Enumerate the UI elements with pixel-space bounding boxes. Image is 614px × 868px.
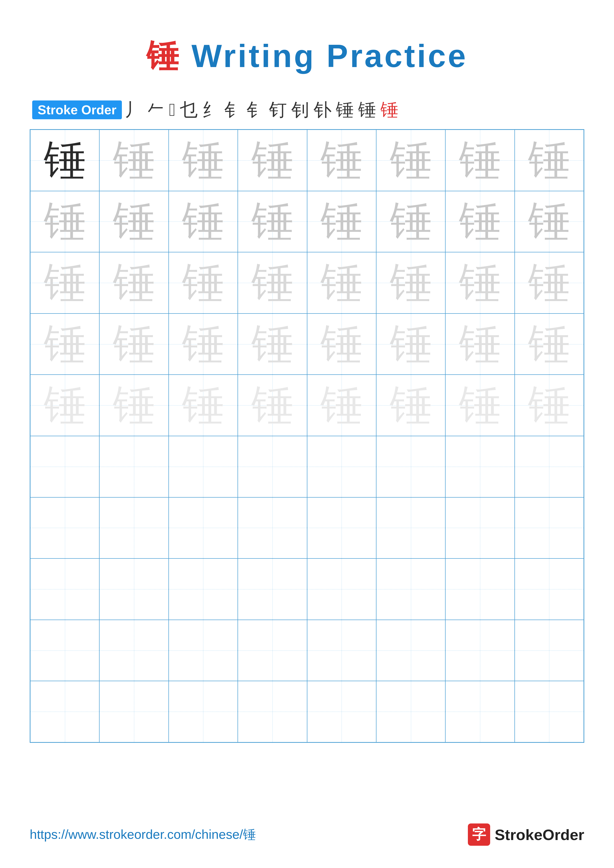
grid-cell[interactable]: 锤 — [445, 252, 515, 313]
grid-cell[interactable] — [307, 620, 376, 681]
grid-cell[interactable] — [99, 558, 168, 620]
grid-cell[interactable]: 锤 — [515, 313, 584, 375]
grid-cell[interactable]: 锤 — [376, 313, 445, 375]
grid-cell[interactable]: 锤 — [30, 130, 99, 191]
footer-url[interactable]: https://www.strokeorder.com/chinese/锤 — [30, 826, 256, 843]
stroke-10: 钋 — [314, 98, 331, 122]
stroke-4: 乜 — [180, 98, 197, 122]
grid-cell[interactable]: 锤 — [238, 252, 307, 313]
grid-cell[interactable] — [99, 681, 168, 742]
grid-cell[interactable] — [30, 498, 99, 559]
grid-cell[interactable]: 锤 — [515, 130, 584, 191]
grid-cell[interactable] — [99, 436, 168, 498]
grid-cell[interactable] — [307, 681, 376, 742]
grid-cell[interactable] — [376, 558, 445, 620]
grid-cell[interactable] — [515, 620, 584, 681]
grid-cell[interactable]: 锤 — [99, 130, 168, 191]
page-title: 锤 Writing Practice — [30, 35, 584, 78]
grid-cell[interactable]: 锤 — [307, 130, 376, 191]
grid-cell[interactable] — [376, 436, 445, 498]
practice-grid: 锤锤锤锤锤锤锤锤锤锤锤锤锤锤锤锤锤锤锤锤锤锤锤锤锤锤锤锤锤锤锤锤锤锤锤锤锤锤锤锤 — [30, 129, 584, 743]
grid-cell[interactable] — [238, 498, 307, 559]
grid-cell[interactable] — [169, 558, 238, 620]
grid-cell[interactable]: 锤 — [376, 375, 445, 436]
grid-cell[interactable]: 锤 — [515, 252, 584, 313]
grid-cell[interactable]: 锤 — [445, 375, 515, 436]
grid-cell[interactable] — [445, 558, 515, 620]
grid-cell[interactable] — [238, 620, 307, 681]
grid-cell[interactable] — [238, 436, 307, 498]
grid-cell[interactable]: 锤 — [307, 191, 376, 253]
grid-cell[interactable] — [445, 436, 515, 498]
grid-cell[interactable] — [238, 558, 307, 620]
grid-cell[interactable]: 锤 — [445, 130, 515, 191]
grid-cell[interactable]: 锤 — [30, 191, 99, 253]
grid-cell[interactable] — [99, 620, 168, 681]
grid-cell[interactable] — [376, 620, 445, 681]
grid-cell[interactable] — [169, 681, 238, 742]
grid-cell[interactable] — [30, 558, 99, 620]
grid-cell[interactable] — [30, 620, 99, 681]
grid-cell[interactable] — [30, 436, 99, 498]
grid-cell[interactable] — [169, 436, 238, 498]
grid-cell[interactable]: 锤 — [307, 375, 376, 436]
grid-cell[interactable]: 锤 — [445, 313, 515, 375]
grid-cell[interactable] — [445, 498, 515, 559]
grid-cell[interactable]: 锤 — [30, 375, 99, 436]
grid-cell[interactable] — [169, 620, 238, 681]
grid-cell[interactable]: 锤 — [169, 313, 238, 375]
practice-char: 锤 — [44, 323, 86, 365]
grid-cell[interactable]: 锤 — [169, 375, 238, 436]
grid-cell[interactable] — [376, 498, 445, 559]
grid-cell[interactable] — [376, 681, 445, 742]
grid-cell[interactable] — [445, 681, 515, 742]
grid-cell[interactable] — [30, 681, 99, 742]
practice-char: 锤 — [252, 139, 294, 181]
grid-cell[interactable]: 锤 — [376, 130, 445, 191]
grid-cell[interactable] — [238, 681, 307, 742]
grid-cell[interactable] — [515, 436, 584, 498]
grid-cell[interactable] — [445, 620, 515, 681]
grid-cell[interactable] — [307, 498, 376, 559]
grid-cell[interactable] — [515, 558, 584, 620]
grid-cell[interactable]: 锤 — [99, 191, 168, 253]
grid-cell[interactable] — [307, 558, 376, 620]
grid-cell[interactable] — [307, 436, 376, 498]
grid-cell[interactable]: 锤 — [445, 191, 515, 253]
grid-cell[interactable]: 锤 — [307, 252, 376, 313]
grid-cell[interactable]: 锤 — [238, 375, 307, 436]
grid-cell[interactable]: 锤 — [515, 191, 584, 253]
stroke-2: 𠂉 — [147, 100, 165, 120]
grid-cell[interactable]: 锤 — [99, 252, 168, 313]
footer-brand: 字 StrokeOrder — [468, 823, 584, 846]
grid-cell[interactable]: 锤 — [238, 130, 307, 191]
practice-char: 锤 — [320, 323, 362, 365]
grid-cell[interactable]: 锤 — [30, 313, 99, 375]
grid-cell[interactable]: 锤 — [99, 313, 168, 375]
practice-char: 锤 — [182, 262, 224, 304]
grid-cell[interactable]: 锤 — [238, 191, 307, 253]
grid-cell[interactable]: 锤 — [515, 375, 584, 436]
grid-cell[interactable]: 锤 — [99, 375, 168, 436]
grid-cell[interactable]: 锤 — [169, 252, 238, 313]
practice-char: 锤 — [113, 139, 155, 181]
practice-char: 锤 — [182, 323, 224, 365]
grid-cell[interactable]: 锤 — [238, 313, 307, 375]
stroke-6: 钅 — [224, 98, 242, 122]
grid-cell[interactable]: 锤 — [30, 252, 99, 313]
practice-char: 锤 — [182, 200, 224, 242]
grid-cell[interactable] — [515, 681, 584, 742]
stroke-9: 钊 — [291, 98, 309, 122]
grid-cell[interactable]: 锤 — [376, 252, 445, 313]
practice-char: 锤 — [113, 323, 155, 365]
grid-cell[interactable]: 锤 — [169, 130, 238, 191]
practice-char: 锤 — [528, 384, 570, 426]
stroke-12: 锤 — [358, 98, 376, 122]
practice-char: 锤 — [320, 262, 362, 304]
grid-cell[interactable]: 锤 — [169, 191, 238, 253]
grid-cell[interactable] — [99, 498, 168, 559]
grid-cell[interactable]: 锤 — [376, 191, 445, 253]
grid-cell[interactable] — [169, 498, 238, 559]
grid-cell[interactable] — [515, 498, 584, 559]
grid-cell[interactable]: 锤 — [307, 313, 376, 375]
